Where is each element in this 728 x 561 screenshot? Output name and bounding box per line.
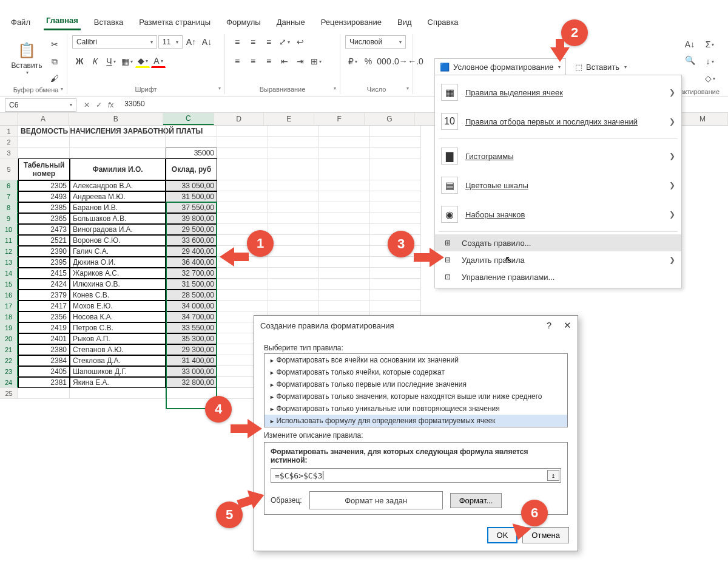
- cell[interactable]: Оклад, руб: [166, 158, 217, 180]
- col-header-f[interactable]: F: [314, 113, 365, 125]
- cell[interactable]: [18, 137, 70, 148]
- cell[interactable]: [70, 126, 166, 137]
- cell[interactable]: 36 400,00: [166, 257, 217, 268]
- row-header[interactable]: 20: [0, 333, 18, 344]
- cell[interactable]: [18, 388, 70, 399]
- row-header[interactable]: 15: [0, 279, 18, 290]
- row-header[interactable]: 17: [0, 301, 18, 311]
- clear-icon[interactable]: ◇▾: [703, 72, 717, 85]
- cell[interactable]: 2417: [18, 301, 70, 311]
- font-name-select[interactable]: Calibri▾: [72, 35, 157, 49]
- currency-icon[interactable]: ₽▾: [345, 55, 360, 68]
- cell[interactable]: 2380: [18, 344, 70, 355]
- cell[interactable]: Жариков А.С.: [70, 268, 166, 279]
- col-header-d[interactable]: D: [214, 113, 265, 125]
- menu-new-rule[interactable]: ⊞Создать правило...: [435, 234, 681, 251]
- fill-icon[interactable]: ↓▾: [703, 55, 717, 68]
- cell[interactable]: 2401: [18, 333, 70, 344]
- cell[interactable]: [70, 148, 166, 158]
- cell[interactable]: Степанов А.Ю.: [70, 344, 166, 355]
- row-header[interactable]: 22: [0, 355, 18, 366]
- cell[interactable]: 31 500,00: [166, 191, 217, 202]
- cell[interactable]: Виноградова И.А.: [70, 224, 166, 235]
- cancel-formula-icon[interactable]: ✕: [84, 101, 90, 109]
- menu-data-bars[interactable]: ▇Гистограммы❯: [435, 141, 681, 171]
- row-header[interactable]: 6: [0, 180, 18, 191]
- cell[interactable]: 28 500,00: [166, 290, 217, 301]
- autosum-icon[interactable]: Σ▾: [703, 38, 717, 51]
- row-header[interactable]: 2: [0, 137, 18, 148]
- cell[interactable]: 37 550,00: [166, 202, 217, 213]
- copy-icon[interactable]: ⧉: [47, 55, 62, 68]
- cell[interactable]: 33 050,00: [166, 180, 217, 191]
- cell[interactable]: Петров С.В.: [70, 322, 166, 333]
- col-header-a[interactable]: A: [18, 113, 69, 125]
- conditional-formatting-button[interactable]: 🟦 Условное форматирование ▾: [434, 58, 566, 75]
- cell[interactable]: 2473: [18, 224, 70, 235]
- cell[interactable]: Табельный номер: [18, 158, 70, 180]
- percent-icon[interactable]: %: [361, 55, 376, 68]
- fill-color-button[interactable]: ◆▾: [135, 55, 150, 68]
- row-header[interactable]: 24: [0, 377, 18, 388]
- row-header[interactable]: 11: [0, 235, 18, 246]
- tab-view[interactable]: Вид: [395, 14, 414, 30]
- cell[interactable]: 2395: [18, 257, 70, 268]
- cell[interactable]: [166, 388, 217, 399]
- rule-opt-2[interactable]: Форматировать только первые или последни…: [265, 378, 567, 390]
- cell[interactable]: Стеклова Д.А.: [70, 355, 166, 366]
- decrease-indent-icon[interactable]: ⇤: [277, 55, 292, 68]
- inc-decimal-icon[interactable]: .0→: [393, 55, 407, 68]
- cell[interactable]: Воронов С.Ю.: [70, 235, 166, 246]
- cell[interactable]: Галич С.А.: [70, 246, 166, 257]
- insert-cells-button[interactable]: ⬚ Вставить ▾: [570, 58, 632, 75]
- cell[interactable]: 2305: [18, 180, 70, 191]
- menu-clear-rules[interactable]: ⊟Удалить правила❯: [435, 251, 681, 268]
- cell[interactable]: 2381: [18, 377, 70, 388]
- confirm-formula-icon[interactable]: ✓: [96, 101, 102, 109]
- cell[interactable]: 2365: [18, 213, 70, 224]
- rule-opt-3[interactable]: Форматировать только значения, которые н…: [265, 390, 567, 403]
- cell[interactable]: Носова К.А.: [70, 311, 166, 322]
- range-selector-icon[interactable]: ↥: [547, 470, 559, 481]
- orientation-icon[interactable]: ⤢▾: [277, 35, 292, 49]
- menu-manage-rules[interactable]: ⊡Управление правилами...: [435, 268, 681, 285]
- cell[interactable]: 33 000,00: [166, 366, 217, 377]
- align-left-icon[interactable]: ≡: [230, 55, 244, 68]
- row-header[interactable]: 14: [0, 268, 18, 279]
- cell[interactable]: [166, 137, 217, 148]
- cell[interactable]: 29 500,00: [166, 224, 217, 235]
- row-header[interactable]: 25: [0, 388, 18, 399]
- find-icon[interactable]: 🔍: [683, 53, 696, 67]
- cell[interactable]: 2384: [18, 355, 70, 366]
- cell[interactable]: 2405: [18, 366, 70, 377]
- cell[interactable]: 2390: [18, 246, 70, 257]
- row-header[interactable]: 23: [0, 366, 18, 377]
- font-color-button[interactable]: A▾: [151, 55, 166, 68]
- cell[interactable]: Большаков А.В.: [70, 213, 166, 224]
- cell[interactable]: 32 700,00: [166, 268, 217, 279]
- cell[interactable]: 34 700,00: [166, 311, 217, 322]
- rule-type-list[interactable]: Форматировать все ячейки на основании их…: [264, 353, 568, 427]
- cell[interactable]: 29 300,00: [166, 344, 217, 355]
- cell[interactable]: Дюкина О.И.: [70, 257, 166, 268]
- row-header[interactable]: 9: [0, 213, 18, 224]
- cell[interactable]: ВЕДОМОСТЬ НАЧИСЛЕНИЯ ЗАРАБОТНОЙ ПЛАТЫ: [18, 126, 70, 137]
- underline-button[interactable]: Ч▾: [104, 55, 118, 68]
- tab-help[interactable]: Справка: [425, 14, 461, 30]
- increase-indent-icon[interactable]: ⇥: [293, 55, 308, 68]
- row-header[interactable]: 12: [0, 246, 18, 257]
- rule-opt-1[interactable]: Форматировать только ячейки, которые сод…: [265, 366, 567, 378]
- tab-formulas[interactable]: Формулы: [224, 14, 263, 30]
- cell[interactable]: 2493: [18, 191, 70, 202]
- cell[interactable]: 2521: [18, 235, 70, 246]
- dialog-help-icon[interactable]: ?: [547, 320, 551, 331]
- row-header[interactable]: 21: [0, 344, 18, 355]
- align-right-icon[interactable]: ≡: [261, 55, 276, 68]
- increase-font-icon[interactable]: A↑: [184, 35, 198, 49]
- rule-opt-0[interactable]: Форматировать все ячейки на основании их…: [265, 354, 567, 366]
- cell[interactable]: 2385: [18, 202, 70, 213]
- cell[interactable]: 34 000,00: [166, 301, 217, 311]
- cell[interactable]: Якина Е.А.: [70, 377, 166, 388]
- menu-icon-sets[interactable]: ◉Наборы значков❯: [435, 200, 681, 229]
- cell[interactable]: Шапошиков Д.Г.: [70, 366, 166, 377]
